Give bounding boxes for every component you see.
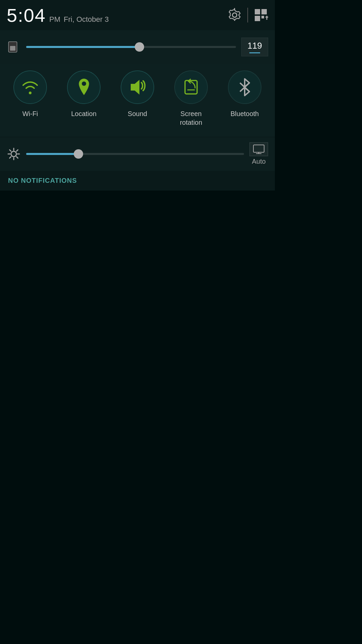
settings-icon[interactable] bbox=[227, 8, 242, 22]
svg-marker-10 bbox=[131, 80, 139, 95]
toggle-screen-rotation[interactable]: Screenrotation bbox=[168, 70, 215, 127]
time-period: PM bbox=[49, 15, 60, 24]
brightness-value: 119 bbox=[246, 41, 264, 51]
screen-rotation-icon bbox=[181, 77, 201, 97]
settings-gear-icon[interactable] bbox=[7, 147, 21, 161]
bluetooth-circle bbox=[228, 70, 261, 104]
sound-icon bbox=[127, 78, 147, 97]
location-label: Location bbox=[71, 109, 97, 118]
auto-label: Auto bbox=[252, 158, 265, 165]
status-bar: 5:04 PM Fri, October 3 bbox=[0, 0, 275, 30]
toggle-location[interactable]: Location bbox=[60, 70, 107, 118]
auto-brightness-slider-fill bbox=[26, 153, 78, 155]
brightness-slider-fill bbox=[26, 46, 139, 48]
grid-icon[interactable] bbox=[253, 8, 268, 22]
toggle-sound[interactable]: Sound bbox=[114, 70, 161, 118]
wifi-icon bbox=[20, 79, 40, 96]
status-icons-group bbox=[227, 8, 268, 22]
brightness-slider-track[interactable] bbox=[26, 46, 236, 48]
divider bbox=[247, 8, 248, 22]
svg-rect-2 bbox=[255, 16, 260, 21]
location-circle bbox=[67, 70, 101, 104]
brightness-panel: 119 bbox=[0, 30, 275, 64]
screen-rotation-circle bbox=[174, 70, 208, 104]
svg-point-16 bbox=[11, 151, 16, 157]
sound-label: Sound bbox=[128, 109, 147, 118]
main-background bbox=[0, 191, 275, 488]
status-time-group: 5:04 PM Fri, October 3 bbox=[7, 4, 109, 26]
svg-rect-3 bbox=[261, 16, 264, 18]
brightness-icon bbox=[7, 40, 21, 54]
quick-toggles-panel: Wi-Fi Location Sound bbox=[0, 64, 275, 137]
auto-brightness-slider-track[interactable] bbox=[26, 153, 244, 155]
toggle-wifi[interactable]: Wi-Fi bbox=[7, 70, 54, 118]
sound-circle bbox=[121, 70, 154, 104]
auto-button-group[interactable]: Auto bbox=[249, 142, 268, 165]
brightness-value-box: 119 bbox=[241, 38, 268, 56]
svg-rect-1 bbox=[261, 9, 267, 14]
auto-brightness-panel: Auto bbox=[0, 137, 275, 170]
brightness-underline bbox=[249, 52, 260, 53]
time-display: 5:04 bbox=[7, 4, 46, 26]
bluetooth-label: Bluetooth bbox=[231, 109, 259, 118]
svg-point-9 bbox=[82, 82, 86, 86]
auto-display-icon bbox=[253, 144, 265, 154]
location-icon bbox=[75, 77, 93, 97]
auto-brightness-slider-thumb[interactable] bbox=[74, 149, 83, 159]
svg-rect-17 bbox=[253, 145, 264, 152]
wifi-label: Wi-Fi bbox=[22, 109, 38, 118]
wifi-circle bbox=[13, 70, 47, 104]
svg-rect-0 bbox=[255, 9, 260, 14]
svg-rect-8 bbox=[10, 46, 15, 51]
brightness-slider-thumb[interactable] bbox=[135, 42, 144, 52]
no-notifications-panel: NO NOTIFICATIONS bbox=[0, 170, 275, 191]
bluetooth-icon bbox=[236, 77, 253, 97]
auto-square bbox=[249, 142, 268, 156]
no-notifications-label: NO NOTIFICATIONS bbox=[8, 177, 77, 184]
screen-rotation-label: Screenrotation bbox=[180, 109, 202, 127]
toggle-bluetooth[interactable]: Bluetooth bbox=[221, 70, 268, 118]
time-date: Fri, October 3 bbox=[64, 15, 109, 24]
